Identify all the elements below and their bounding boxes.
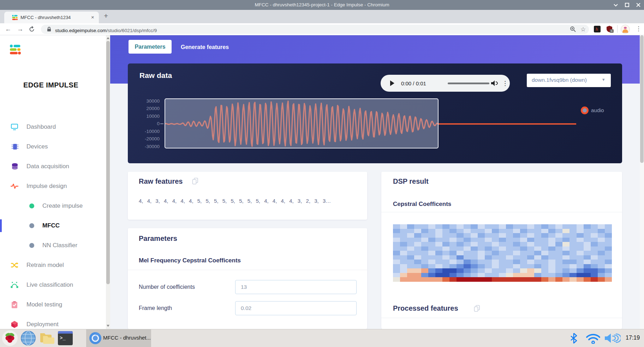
heatmap-cell: [570, 233, 577, 238]
window-close-button[interactable]: [636, 2, 641, 8]
heatmap-cell: [421, 251, 428, 255]
heatmap-cell: [442, 238, 449, 242]
tab-generate-features[interactable]: Generate features: [181, 44, 229, 50]
terminal-icon[interactable]: >_: [58, 331, 73, 345]
new-tab-button[interactable]: +: [104, 12, 108, 20]
heatmap-cell: [492, 273, 499, 278]
heatmap-cell: [534, 238, 541, 242]
sidebar-item-mfcc[interactable]: MFCC: [0, 219, 106, 232]
heatmap-cell: [584, 264, 591, 269]
url-omnibox[interactable]: studio.edgeimpulse.com/studio/6021/dsp/m…: [41, 25, 589, 34]
heatmap-cell: [605, 260, 612, 264]
dsp-result-card: DSP result Cepstral Coefficents Processe…: [381, 172, 622, 329]
ublock-extension-icon[interactable]: 1: [606, 25, 613, 34]
heatmap-cell: [393, 233, 400, 238]
page-scrollbar-thumb[interactable]: [640, 35, 644, 163]
heatmap-cell: [534, 251, 541, 255]
heatmap-cell: [414, 273, 421, 278]
heatmap-cell: [520, 229, 527, 233]
heatmap-cell: [562, 242, 570, 246]
heatmap-cell: [570, 255, 577, 260]
heatmap-cell: [499, 229, 506, 233]
heatmap-cell: [428, 264, 435, 269]
volume-icon[interactable]: [491, 80, 499, 87]
sidebar-scrollbar-thumb[interactable]: [106, 41, 110, 284]
raspberry-menu-icon[interactable]: [2, 330, 18, 346]
page-scrollbar[interactable]: [640, 35, 644, 329]
heatmap-cell: [492, 229, 499, 233]
browser-menu-icon[interactable]: ⋮: [636, 25, 642, 32]
clipboard-check-icon: [11, 301, 18, 309]
heatmap-cell: [605, 229, 612, 233]
play-icon[interactable]: [390, 80, 395, 86]
heatmap-cell: [393, 242, 400, 246]
heatmap-cell: [428, 233, 435, 238]
heatmap-cell: [506, 273, 513, 278]
heatmap-cell: [457, 246, 464, 251]
audio-player[interactable]: 0:00 / 0:01 ⋮: [381, 75, 510, 92]
web-browser-icon[interactable]: [20, 330, 36, 347]
url-text: studio.edgeimpulse.com/studio/6021/dsp/m…: [55, 28, 157, 33]
sample-select[interactable]: down.1fvsq9bn (down) ▾: [527, 74, 611, 87]
sidebar-item-model-testing[interactable]: Model testing: [0, 298, 106, 311]
heatmap-cell: [562, 264, 570, 269]
legend-audio-label: audio: [591, 107, 604, 113]
sidebar-item-create-impulse[interactable]: Create impulse: [0, 200, 106, 212]
copy-icon[interactable]: [192, 178, 198, 185]
zoom-page-icon[interactable]: [570, 26, 576, 34]
browser-tab[interactable]: MFCC - dhruvsheth1234 ×: [4, 12, 99, 23]
heatmap-cell: [400, 224, 407, 229]
back-icon[interactable]: ←: [5, 25, 11, 33]
scroll-up-arrow[interactable]: [107, 37, 109, 39]
num-coefficients-input[interactable]: 13: [235, 280, 357, 294]
frame-length-input[interactable]: 0.02: [235, 301, 357, 315]
sidebar-scrollbar[interactable]: [106, 35, 110, 329]
heatmap-cell: [393, 229, 400, 233]
parameters-card: Parameters Mel Frequency Cepstral Coeffi…: [128, 228, 367, 329]
heatmap-cell: [414, 242, 421, 246]
sidebar-item-data-acquisition[interactable]: Data acquisition: [0, 160, 106, 173]
sidebar-item-dashboard[interactable]: Dashboard: [0, 121, 106, 133]
reload-icon[interactable]: [28, 26, 35, 34]
sidebar-item-impulse-design[interactable]: Impulse design: [0, 180, 106, 193]
file-manager-icon[interactable]: [39, 331, 55, 347]
brand-name: EDGE IMPULSE: [23, 81, 78, 89]
honey-extension-icon[interactable]: h: [594, 26, 601, 32]
taskbar-window-button[interactable]: MFCC - dhruvshet...: [86, 329, 151, 347]
tab-parameters[interactable]: Parameters: [129, 40, 172, 54]
volume-icon[interactable]: [604, 333, 621, 343]
heatmap-cell: [513, 268, 520, 273]
bluetooth-icon[interactable]: [570, 333, 578, 343]
forward-icon[interactable]: →: [17, 25, 23, 33]
sidebar-item-devices[interactable]: Devices: [0, 140, 106, 153]
copy-icon[interactable]: [474, 305, 480, 312]
heatmap-cell: [513, 264, 520, 269]
legend-audio-icon[interactable]: [581, 106, 589, 114]
heatmap-cell: [527, 238, 534, 242]
heatmap-cell: [506, 242, 513, 246]
heatmap-cell: [478, 268, 485, 273]
window-minimize-button[interactable]: [613, 2, 619, 8]
sidebar-item-retrain-model[interactable]: Retrain model: [0, 259, 106, 272]
heatmap-cell: [457, 224, 464, 229]
heatmap-cell: [478, 273, 485, 278]
wifi-icon[interactable]: [585, 333, 601, 344]
heatmap-cell: [407, 251, 414, 255]
player-seekbar[interactable]: [448, 83, 489, 84]
raw-features-title: Raw features: [139, 177, 183, 185]
scroll-down-arrow[interactable]: [107, 325, 109, 327]
profile-avatar[interactable]: [621, 25, 630, 34]
sidebar-item-nn-classifier[interactable]: NN Classifier: [0, 239, 106, 252]
sidebar-item-live-classification[interactable]: Live classification: [0, 279, 106, 291]
heatmap-cell: [492, 260, 499, 264]
heatmap-cell: [548, 246, 555, 251]
heatmap-cell: [442, 268, 449, 273]
bookmark-star-icon[interactable]: ☆: [580, 26, 586, 33]
heatmap-cell: [478, 233, 485, 238]
player-menu-icon[interactable]: ⋮: [502, 80, 508, 87]
tab-close-icon[interactable]: ×: [91, 14, 94, 20]
waveform-selection-region[interactable]: [165, 98, 439, 148]
window-maximize-button[interactable]: [624, 2, 630, 8]
heatmap-cell: [492, 264, 499, 269]
heatmap-cell: [393, 277, 400, 282]
